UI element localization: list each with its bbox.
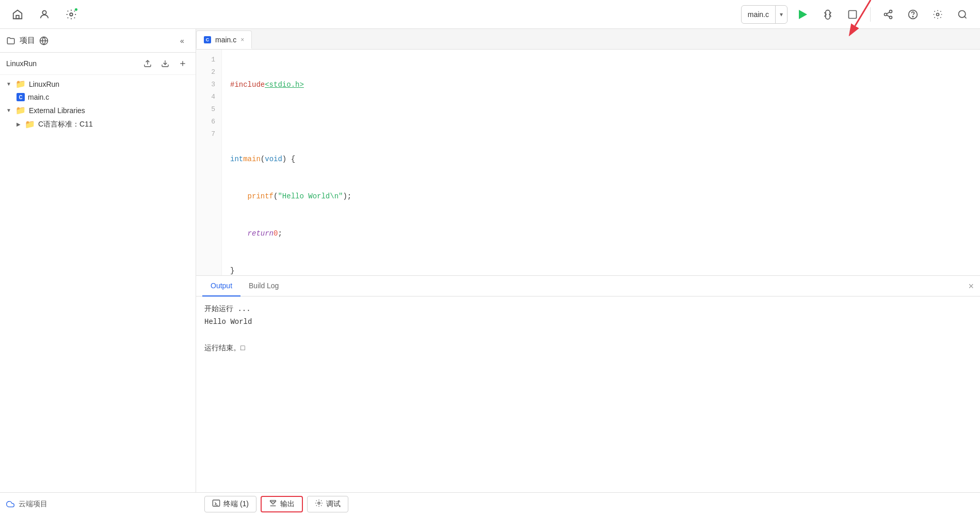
output-label: 输出	[280, 500, 295, 509]
collapse-sidebar-button[interactable]: «	[175, 34, 189, 48]
tab-bar: C main.c ×	[196, 29, 980, 50]
svg-line-7	[887, 15, 890, 17]
upload-button[interactable]	[141, 57, 154, 70]
tree-item-linuxrun-label: LinuxRun	[29, 80, 59, 88]
project-name-bar: LinuxRun	[0, 53, 196, 75]
code-editor[interactable]: 1 2 3 4 5 6 7 #include <stdio.h> int mai…	[196, 50, 980, 275]
code-line-2	[230, 116, 972, 128]
sidebar-title: 项目	[6, 36, 49, 45]
svg-line-13	[965, 16, 967, 18]
svg-point-11	[937, 13, 939, 15]
help-button[interactable]	[904, 5, 922, 24]
folder-open-icon-2: 📁	[15, 105, 26, 115]
home-button[interactable]	[8, 5, 27, 24]
svg-point-1	[42, 10, 46, 14]
status-bar: 终端 (1) 输出 调	[196, 492, 980, 515]
debug-button[interactable]	[818, 5, 837, 24]
toolbar-separator	[870, 7, 871, 22]
code-line-6: }	[230, 264, 972, 275]
output-line-3	[204, 329, 972, 341]
run-triangle-icon	[799, 10, 807, 19]
svg-point-5	[885, 13, 887, 15]
tab-mainc-label: main.c	[215, 36, 236, 44]
svg-point-6	[890, 16, 892, 19]
tree-item-external-label: External Libraries	[29, 106, 85, 115]
chevron-right-icon: ▶	[17, 121, 21, 127]
svg-point-2	[70, 13, 73, 16]
run-dropdown-label: main.c	[742, 6, 776, 23]
run-button[interactable]	[794, 5, 812, 24]
folder-icon-c11: 📁	[25, 119, 35, 129]
share-button[interactable]	[879, 5, 897, 24]
code-line-5: return 0;	[230, 227, 972, 240]
code-line-4: printf("Hello World\n");	[230, 190, 972, 202]
sidebar-actions: «	[175, 34, 189, 48]
svg-point-12	[959, 10, 966, 17]
output-icon	[269, 499, 277, 509]
dropdown-arrow-icon[interactable]: ▾	[776, 6, 787, 23]
project-actions	[141, 57, 189, 70]
tree-item-linuxrun[interactable]: ▼ 📁 LinuxRun	[0, 77, 196, 91]
globe-icon	[39, 36, 49, 45]
terminal-icon	[212, 499, 220, 509]
sidebar-header: 项目 «	[0, 29, 196, 53]
line-numbers: 1 2 3 4 5 6 7	[196, 50, 222, 275]
chevron-down-icon-2: ▼	[6, 107, 11, 113]
tree-item-c11[interactable]: ▶ 📁 C语言标准：C11	[0, 117, 196, 131]
window-button[interactable]	[843, 5, 862, 24]
code-line-1: #include <stdio.h>	[230, 79, 972, 91]
output-line-1: 开始运行 ...	[204, 303, 972, 316]
output-panel: Output Build Log × 开始运行 ... Hello World …	[196, 275, 980, 492]
project-name-text: LinuxRun	[6, 59, 37, 68]
sidebar: 项目 « LinuxRun	[0, 29, 196, 515]
add-file-button[interactable]	[176, 57, 189, 70]
output-content: 开始运行 ... Hello World 运行结束。□	[196, 296, 980, 492]
output-close-button[interactable]: ×	[968, 280, 974, 291]
cloud-icon	[6, 500, 14, 508]
editor-area: C main.c × 1 2 3 4 5 6 7 #include <stdio…	[196, 29, 980, 515]
output-line-4: 运行结束。□	[204, 342, 972, 355]
output-tabs: Output Build Log ×	[196, 276, 980, 296]
tab-mainc[interactable]: C main.c ×	[196, 30, 252, 49]
search-button[interactable]	[953, 5, 972, 24]
user-button[interactable]	[35, 5, 54, 24]
code-line-3: int main(void) {	[230, 153, 972, 165]
debug-label: 调试	[326, 500, 341, 509]
tree-item-mainc[interactable]: C main.c	[0, 91, 196, 103]
terminal-button[interactable]: 终端 (1)	[204, 496, 256, 512]
run-dropdown[interactable]: main.c ▾	[741, 5, 788, 24]
tab-output[interactable]: Output	[202, 276, 240, 296]
tab-build-log[interactable]: Build Log	[240, 276, 287, 296]
tree-item-mainc-label: main.c	[28, 93, 49, 101]
toolbar-left	[8, 5, 81, 24]
gear-button[interactable]	[928, 5, 947, 24]
c-file-icon: C	[17, 93, 25, 101]
svg-rect-0	[16, 15, 19, 18]
toolbar-right: main.c ▾	[741, 5, 972, 24]
tree-item-external-libs[interactable]: ▼ 📁 External Libraries	[0, 103, 196, 117]
svg-rect-3	[849, 10, 857, 18]
main-area: 项目 « LinuxRun	[0, 29, 980, 515]
sidebar-title-text: 项目	[20, 36, 35, 45]
svg-line-8	[887, 12, 890, 13]
output-button[interactable]: 输出	[261, 496, 303, 512]
chevron-down-icon: ▼	[6, 81, 11, 87]
debug-status-button[interactable]: 调试	[307, 496, 348, 512]
cloud-project-bar[interactable]: 云端项目	[0, 492, 196, 515]
sidebar-tree: ▼ 📁 LinuxRun C main.c ▼ 📁 External Libra…	[0, 75, 196, 515]
download-button[interactable]	[158, 57, 172, 70]
folder-icon	[6, 36, 15, 45]
cloud-project-label: 云端项目	[19, 500, 47, 509]
toolbar: main.c ▾	[0, 0, 980, 29]
tab-c-icon: C	[204, 36, 211, 43]
svg-point-10	[912, 16, 913, 17]
terminal-label: 终端 (1)	[223, 500, 249, 509]
output-line-2: Hello World	[204, 316, 972, 329]
tree-item-c11-label: C语言标准：C11	[38, 120, 93, 129]
tab-close-button[interactable]: ×	[240, 36, 244, 43]
svg-rect-23	[270, 500, 276, 502]
settings-dot-button[interactable]	[62, 5, 81, 24]
svg-point-25	[318, 502, 320, 504]
code-content[interactable]: #include <stdio.h> int main(void) { prin…	[222, 50, 980, 275]
svg-point-4	[890, 10, 892, 12]
